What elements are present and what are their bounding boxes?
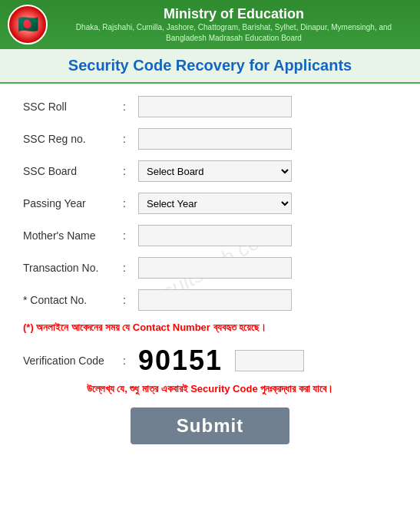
contact-note: (*) অনলাইনে আবেদনের সময় যে Contact Numb… xyxy=(23,322,397,334)
mothers-name-input[interactable] xyxy=(138,225,292,246)
verification-row: Verification Code : 90151 xyxy=(23,345,397,377)
page-title-bar: Security Code Recovery for Applicants xyxy=(0,49,420,84)
mothers-name-label: Mother's Name xyxy=(23,229,123,242)
ssc-board-row: SSC Board : Select BoardDhakaRajshahiCum… xyxy=(23,160,397,182)
submit-section: Submit xyxy=(23,407,397,444)
ssc-roll-input[interactable] xyxy=(138,96,292,117)
header-title: Ministry of Education xyxy=(55,6,412,22)
header-subtitle: Dhaka, Rajshahi, Cumilla, Jashore, Chatt… xyxy=(55,22,412,44)
transaction-no-row: Transaction No. : xyxy=(23,257,397,279)
ssc-board-colon: : xyxy=(123,165,138,177)
mothers-name-row: Mother's Name : xyxy=(23,225,397,246)
ssc-roll-row: SSC Roll : xyxy=(23,96,397,117)
ssc-roll-colon: : xyxy=(123,101,138,113)
verification-code-input[interactable] xyxy=(235,350,304,371)
header-text-block: Ministry of Education Dhaka, Rajshahi, C… xyxy=(55,6,412,44)
contact-no-colon: : xyxy=(123,294,138,306)
mothers-name-colon: : xyxy=(123,229,138,242)
form-container: resultshub.com SSC Roll : SSC Reg no. : … xyxy=(0,84,420,452)
logo-icon: 🇧🇩 xyxy=(18,15,38,35)
ssc-reg-label: SSC Reg no. xyxy=(23,133,123,145)
header: 🇧🇩 Ministry of Education Dhaka, Rajshahi… xyxy=(0,0,420,49)
warning-text: উল্লেখ্য যে, শুধু মাত্র একবারই Security … xyxy=(23,383,397,395)
ssc-board-select[interactable]: Select BoardDhakaRajshahiCumillaJashoreC… xyxy=(138,160,292,182)
verification-code-display: 90151 xyxy=(138,345,223,377)
ministry-logo: 🇧🇩 xyxy=(8,5,48,45)
ssc-board-label: SSC Board xyxy=(23,165,123,177)
contact-no-input[interactable] xyxy=(138,289,292,311)
verification-code-label: Verification Code xyxy=(23,355,123,367)
passing-year-select[interactable]: Select Year2024202320222021202020192018 xyxy=(138,193,292,214)
passing-year-colon: : xyxy=(123,197,138,209)
contact-no-row: * Contact No. : xyxy=(23,289,397,311)
passing-year-row: Passing Year : Select Year20242023202220… xyxy=(23,193,397,214)
ssc-reg-input[interactable] xyxy=(138,128,292,150)
verification-colon: : xyxy=(123,355,138,367)
page-title: Security Code Recovery for Applicants xyxy=(8,57,412,74)
ssc-reg-row: SSC Reg no. : xyxy=(23,128,397,150)
transaction-no-colon: : xyxy=(123,262,138,274)
transaction-no-label: Transaction No. xyxy=(23,262,123,274)
ssc-reg-colon: : xyxy=(123,133,138,145)
passing-year-label: Passing Year xyxy=(23,197,123,209)
transaction-no-input[interactable] xyxy=(138,257,292,279)
submit-button[interactable]: Submit xyxy=(131,407,289,444)
ssc-roll-label: SSC Roll xyxy=(23,101,123,113)
contact-no-label: * Contact No. xyxy=(23,294,123,306)
